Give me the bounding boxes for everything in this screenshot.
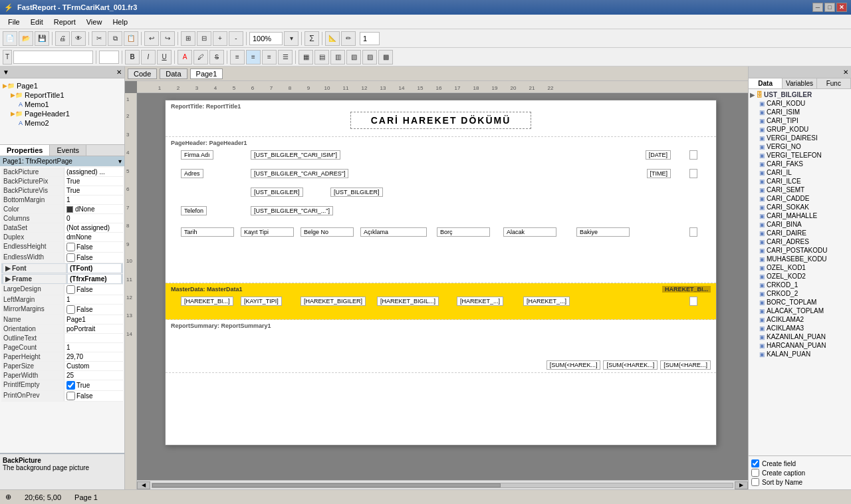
menu-edit[interactable]: Edit <box>25 17 49 27</box>
prop-val-papersize[interactable]: Custom <box>64 362 123 370</box>
zoom-out-button[interactable]: - <box>229 31 243 46</box>
bold-button[interactable]: B <box>125 50 140 64</box>
save-button[interactable]: 💾 <box>35 31 49 46</box>
rtree-crkod2[interactable]: ▣CRKOD_2 <box>759 289 850 298</box>
ruler-button[interactable]: 📐 <box>325 31 340 46</box>
right-tab-variables[interactable]: Variables <box>783 78 816 88</box>
menu-help[interactable]: Help <box>107 17 133 27</box>
align-left-button[interactable]: ≡ <box>230 50 245 64</box>
borc-col[interactable]: Borç <box>437 227 490 237</box>
rtree-cari-cadde[interactable]: ▣CARI_CADDE <box>759 194 850 203</box>
md-field5[interactable]: [HAREKET_...] <box>523 297 570 306</box>
prop-row-font[interactable]: ▶Font (TFont) <box>1 263 123 274</box>
rtree-cari-postakodu[interactable]: ▣CARI_POSTAKODU <box>759 246 850 255</box>
prop-val-dataset[interactable]: (Not assigned) <box>64 223 123 232</box>
endlessheight-check[interactable] <box>66 243 75 251</box>
telefon-label[interactable]: Telefon <box>181 206 207 215</box>
print-button[interactable]: 🖨 <box>55 31 70 46</box>
sum-field2[interactable]: [SUM(<HARE...] <box>660 360 711 370</box>
prop-val-paperwidth[interactable]: 25 <box>64 371 123 380</box>
prop-val-largedesign[interactable]: False <box>64 285 123 295</box>
tree-pageheader1[interactable]: ▶📁 PageHeader1 <box>11 109 122 118</box>
menu-file[interactable]: File <box>3 17 25 27</box>
rtree-kalan-puan[interactable]: ▣KALAN_PUAN <box>759 350 850 358</box>
tree-memo2[interactable]: A Memo2 <box>19 118 122 128</box>
endlesswidth-check[interactable] <box>66 253 75 262</box>
prop-val-outlinetext[interactable] <box>64 334 123 342</box>
prop-val-backpicture[interactable]: (assigned) ... <box>64 168 123 176</box>
rtree-vergi-dairesi[interactable]: ▣VERGI_DAIRESI <box>759 134 850 142</box>
rtree-ozel-kod1[interactable]: ▣OZEL_KOD1 <box>759 263 850 272</box>
tab-properties[interactable]: Properties <box>0 145 50 156</box>
rtree-cari-mahalle[interactable]: ▣CARI_MAHALLE <box>759 211 850 220</box>
font-name-input[interactable]: Arial <box>13 51 93 64</box>
rtree-cari-faks[interactable]: ▣CARI_FAKS <box>759 160 850 168</box>
highlight-button[interactable]: 🖊 <box>193 50 208 64</box>
italic-button[interactable]: I <box>141 50 156 64</box>
cut-button[interactable]: ✂ <box>92 31 106 46</box>
cari-adres-field[interactable]: [UST_BILGILER_"CARI_ADRES"] <box>251 169 348 178</box>
prop-val-columns[interactable]: 0 <box>64 214 123 223</box>
font-color-button[interactable]: A <box>178 50 192 64</box>
prop-val-backvis[interactable]: True <box>64 186 123 195</box>
create-caption-check[interactable] <box>751 469 759 477</box>
rtree-cari-bina[interactable]: ▣CARI_BINA <box>759 220 850 229</box>
ust2-field[interactable]: [UST_BILGILER] <box>330 188 383 197</box>
menu-view[interactable]: View <box>81 17 108 27</box>
scroll-track[interactable] <box>152 483 733 488</box>
panel-close-icon[interactable]: ✕ <box>116 68 122 76</box>
ust1-field[interactable]: [UST_BILGILER] <box>251 188 303 197</box>
border-button4[interactable]: ▧ <box>346 50 361 64</box>
rtree-vergi-telefon[interactable]: ▣VERGI_TELEFON <box>759 151 850 160</box>
cari-isim-field[interactable]: [UST_BILGILER_"CARI_ISIM"] <box>251 150 340 160</box>
rtree-aciklama3[interactable]: ▣ACIKLAMA3 <box>759 324 850 332</box>
zoom-input[interactable] <box>249 32 283 45</box>
alacak-col[interactable]: Alacak <box>503 227 556 237</box>
largedesign-check[interactable] <box>66 285 75 294</box>
tab-data[interactable]: Data <box>160 68 187 79</box>
rtree-ozel-kod2[interactable]: ▣OZEL_KOD2 <box>759 272 850 281</box>
rtree-cari-kodu[interactable]: ▣CARI_KODU <box>759 99 850 108</box>
scroll-thumb[interactable] <box>152 483 501 487</box>
copy-button[interactable]: ⧉ <box>108 31 122 46</box>
minimize-button[interactable]: ─ <box>812 3 823 12</box>
aciklama-col[interactable]: Açıklama <box>360 227 427 237</box>
border-button1[interactable]: ▦ <box>299 50 313 64</box>
tab-code[interactable]: Code <box>128 68 157 79</box>
rtree-alacak-toplam[interactable]: ▣ALACAK_TOPLAM <box>759 307 850 315</box>
belge-col[interactable]: Belge No <box>301 227 354 237</box>
prop-val-pagecount[interactable]: 1 <box>64 343 123 352</box>
firma-adi-label[interactable]: Firma Adı <box>181 150 213 160</box>
adres-label[interactable]: Adres <box>181 169 203 178</box>
prop-val-mirrormargins[interactable]: False <box>64 305 123 315</box>
rtree-cari-daire[interactable]: ▣CARI_DAIRE <box>759 229 850 237</box>
paste-button[interactable]: 📋 <box>124 31 138 46</box>
align-justify-button[interactable]: ☰ <box>278 50 293 64</box>
scroll-left-btn[interactable]: ◀ <box>137 481 150 489</box>
h-scrollbar[interactable]: ◀ ▶ <box>137 480 748 489</box>
rtree-muhasebe-kodu[interactable]: ▣MUHASEBE_KODU <box>759 255 850 263</box>
md-field0[interactable]: [HAREKET_BI...] <box>181 297 233 306</box>
rtree-cari-isim[interactable]: ▣CARI_ISIM <box>759 108 850 116</box>
bakiye-col[interactable]: Bakiye <box>576 227 630 237</box>
undo-button[interactable]: ↩ <box>144 31 159 46</box>
rtree-harcanan-puan[interactable]: ▣HARCANAN_PUAN <box>759 341 850 350</box>
rtree-kazanilan-puan[interactable]: ▣KAZANILAN_PUAN <box>759 332 850 341</box>
rtree-cari-adres[interactable]: ▣CARI_ADRES <box>759 237 850 246</box>
prop-val-color[interactable]: dNone <box>64 205 123 213</box>
maximize-button[interactable]: □ <box>824 3 835 12</box>
section-dropdown[interactable]: ▾ <box>118 158 122 165</box>
tree-reporttitle1[interactable]: ▶📁 ReportTitle1 <box>11 90 122 100</box>
md-field4[interactable]: [HAREKET_...] <box>457 297 503 306</box>
md-field2[interactable]: [HAREKET_BIGILER] <box>301 297 366 306</box>
tab-page1[interactable]: Page1 <box>190 68 223 79</box>
rtree-borc-toplam[interactable]: ▣BORC_TOPLAM <box>759 298 850 307</box>
border-button2[interactable]: ▤ <box>314 50 329 64</box>
rtree-cari-il[interactable]: ▣CARI_IL <box>759 168 850 177</box>
align-button[interactable]: ⊟ <box>197 31 211 46</box>
redo-button[interactable]: ↪ <box>160 31 175 46</box>
mirror-check[interactable] <box>66 305 75 314</box>
rtree-crkod1[interactable]: ▣CRKOD_1 <box>759 281 850 289</box>
rtree-cari-semt[interactable]: ▣CARI_SEMT <box>759 186 850 194</box>
menu-report[interactable]: Report <box>49 17 81 27</box>
